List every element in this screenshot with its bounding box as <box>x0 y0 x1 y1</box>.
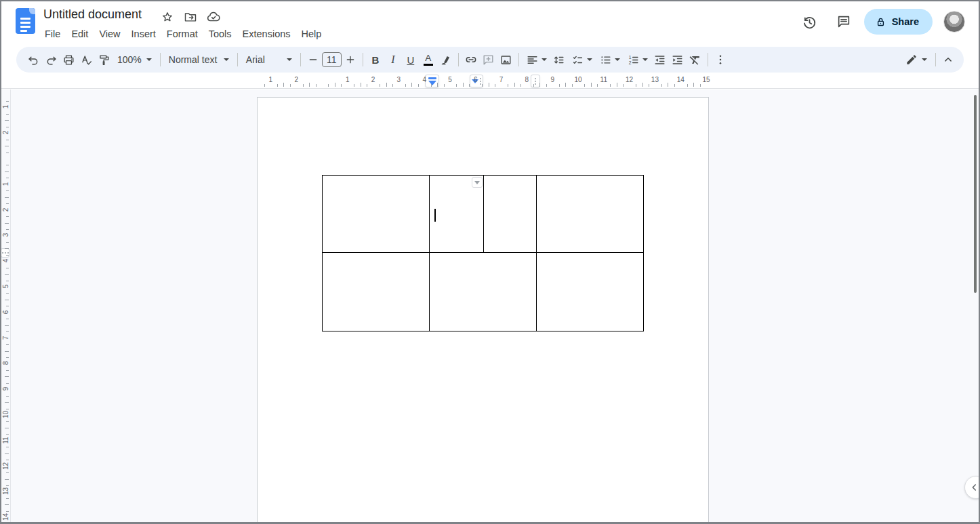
chevron-down-icon <box>587 58 592 61</box>
paint-format-button[interactable] <box>95 51 113 68</box>
ruler-tick <box>463 83 464 87</box>
vertical-scrollbar[interactable] <box>974 95 977 293</box>
chevron-down-icon <box>146 58 152 61</box>
table-cell-r1c2[interactable] <box>430 176 484 253</box>
clear-formatting-button[interactable] <box>687 51 704 68</box>
table-cell-r2c1[interactable] <box>323 253 430 331</box>
document-title[interactable]: Untitled document <box>43 7 142 22</box>
add-comment-button[interactable] <box>480 51 497 68</box>
ruler-number: 13 <box>2 485 9 498</box>
ruler-tick <box>661 84 662 87</box>
show-side-panel-button[interactable] <box>964 476 980 499</box>
table-cell-r2c2[interactable] <box>430 253 537 331</box>
ruler-tick <box>6 242 9 243</box>
ruler-tick <box>520 84 521 87</box>
version-history-icon[interactable] <box>796 8 823 35</box>
ruler-number: 8 <box>2 357 9 370</box>
increase-indent-button[interactable] <box>669 51 687 68</box>
chevron-down-icon <box>642 58 648 61</box>
text-color-button[interactable]: A <box>420 51 437 68</box>
ruler-tick <box>489 83 489 87</box>
ruler-number: 2 <box>289 76 303 83</box>
horizontal-ruler[interactable]: 12123456789101112131415 <box>0 73 980 89</box>
menu-file[interactable]: File <box>39 25 66 41</box>
menu-view[interactable]: View <box>94 25 125 41</box>
ruler-number: 11 <box>597 76 611 83</box>
print-button[interactable] <box>60 51 77 68</box>
menu-insert[interactable]: Insert <box>126 25 161 41</box>
cloud-saved-icon[interactable] <box>206 9 221 24</box>
table-cell-r2c3[interactable] <box>537 253 644 331</box>
share-button[interactable]: Share <box>864 9 933 35</box>
menu-help[interactable]: Help <box>296 25 327 41</box>
ruler-tick <box>444 84 445 87</box>
toolbar: 100% Normal text Arial 11 B I U A <box>16 47 964 73</box>
text-cursor <box>434 209 436 222</box>
table-cell-r1c1[interactable] <box>323 176 430 253</box>
checklist-select[interactable] <box>568 51 596 68</box>
spell-check-button[interactable] <box>77 51 95 68</box>
ruler-tick <box>5 248 9 249</box>
highlight-color-button[interactable] <box>437 51 455 68</box>
ruler-tick <box>6 268 9 268</box>
menu-extensions[interactable]: Extensions <box>237 25 296 41</box>
align-select[interactable] <box>523 51 550 68</box>
svg-text:2: 2 <box>629 60 632 64</box>
ruler-number: 5 <box>2 280 9 294</box>
ruler-tick <box>392 84 393 87</box>
redo-button[interactable] <box>42 51 60 68</box>
ruler-number: 9 <box>2 382 9 396</box>
ruler-tick <box>6 153 9 153</box>
docs-logo[interactable] <box>16 8 35 34</box>
line-spacing-button[interactable] <box>550 51 568 68</box>
ruler-tick <box>610 84 611 87</box>
ruler-tick <box>6 447 9 447</box>
ruler-tick <box>303 84 304 87</box>
star-icon[interactable] <box>160 9 175 24</box>
editing-mode-select[interactable] <box>901 51 932 68</box>
header: Untitled document FileEditViewInsertForm… <box>0 0 980 42</box>
menu-format[interactable]: Format <box>161 25 203 41</box>
ruler-tick <box>546 84 547 87</box>
chevron-down-icon <box>224 58 229 61</box>
ruler-tick <box>6 165 9 165</box>
ruler-tick <box>411 83 412 87</box>
menu-tools[interactable]: Tools <box>203 25 237 41</box>
decrease-font-size-button[interactable] <box>304 51 322 68</box>
paragraph-style-select[interactable]: Normal text <box>164 51 234 68</box>
numbered-list-select[interactable]: 1 2 <box>624 51 651 68</box>
table-cell-r1c4[interactable] <box>537 176 644 253</box>
underline-button[interactable]: U <box>402 51 420 68</box>
insert-image-button[interactable] <box>497 51 515 68</box>
menu-edit[interactable]: Edit <box>66 25 94 41</box>
vertical-ruler[interactable]: 121234567891011121314 <box>0 89 11 524</box>
ruler-tick <box>5 274 9 275</box>
ruler-tick <box>5 223 9 224</box>
table-cell-r1c3[interactable] <box>484 176 537 253</box>
ruler-tick <box>328 84 329 87</box>
checklist-icon <box>571 54 584 66</box>
cell-dropdown-button[interactable] <box>472 177 483 188</box>
ruler-number: 12 <box>2 459 9 472</box>
doc-table <box>322 175 644 331</box>
ruler-number: 3 <box>392 76 405 83</box>
zoom-select[interactable]: 100% <box>113 51 157 68</box>
italic-button[interactable]: I <box>384 51 402 68</box>
bulleted-list-select[interactable] <box>596 51 624 68</box>
undo-button[interactable] <box>24 51 42 68</box>
decrease-indent-button[interactable] <box>651 51 669 68</box>
collapse-menus-button[interactable] <box>939 51 957 68</box>
insert-link-button[interactable] <box>462 51 480 68</box>
move-folder-icon[interactable] <box>183 9 198 24</box>
font-size-input[interactable]: 11 <box>322 52 342 67</box>
bold-button[interactable]: B <box>367 51 384 68</box>
comments-icon[interactable] <box>830 8 857 35</box>
ruler-tick <box>508 84 508 87</box>
increase-font-size-button[interactable] <box>342 51 359 68</box>
svg-text:1: 1 <box>629 54 632 59</box>
document-page[interactable] <box>257 97 709 524</box>
avatar[interactable] <box>943 11 965 33</box>
font-select[interactable]: Arial <box>241 51 297 68</box>
align-left-icon <box>526 54 539 66</box>
more-options-button[interactable] <box>712 51 729 68</box>
